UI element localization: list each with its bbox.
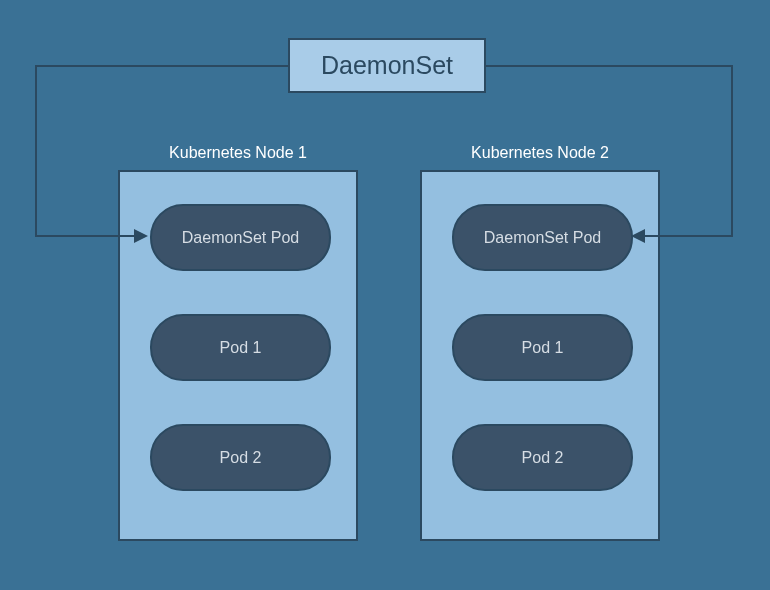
daemonset-pod-node2: DaemonSet Pod: [452, 204, 633, 271]
pod-1-node1: Pod 1: [150, 314, 331, 381]
node-label-1: Kubernetes Node 1: [118, 144, 358, 162]
pod-1-node2: Pod 1: [452, 314, 633, 381]
node-box-1: DaemonSet Pod Pod 1 Pod 2: [118, 170, 358, 541]
pod-2-node2: Pod 2: [452, 424, 633, 491]
node-label-2: Kubernetes Node 2: [420, 144, 660, 162]
daemonset-pod-node1: DaemonSet Pod: [150, 204, 331, 271]
node-box-2: DaemonSet Pod Pod 1 Pod 2: [420, 170, 660, 541]
daemonset-box: DaemonSet: [288, 38, 486, 93]
daemonset-title: DaemonSet: [321, 51, 453, 80]
pod-2-node1: Pod 2: [150, 424, 331, 491]
